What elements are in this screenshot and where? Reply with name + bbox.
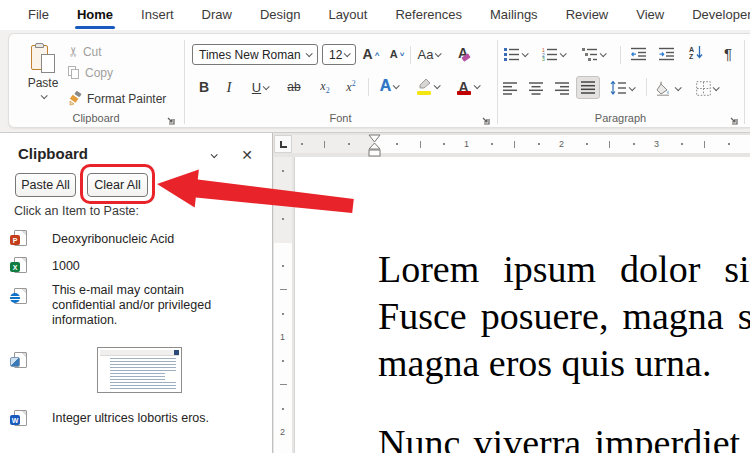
tab-view[interactable]: View [622, 1, 678, 30]
line-spacing-chevron-down-icon[interactable] [629, 84, 636, 91]
numbering-button[interactable]: 123 [537, 45, 569, 63]
clipboard-item-powerpoint[interactable]: Deoxyribonucleic Acid [52, 232, 230, 247]
vruler-2: 2 [280, 427, 285, 437]
show-hide-pilcrow-button[interactable]: ¶ [716, 43, 740, 63]
shading-chevron-down-icon[interactable] [675, 84, 682, 91]
email-icon [10, 293, 20, 303]
copy-button: Copy [68, 66, 113, 80]
multilevel-chevron-down-icon[interactable] [599, 50, 606, 57]
subscript-button[interactable]: x2 [316, 78, 334, 96]
clipboard-item-excel[interactable]: 1000 [52, 259, 230, 274]
tab-developer[interactable]: Developer [678, 1, 750, 30]
tab-design[interactable]: Design [246, 1, 314, 30]
text-effects-chevron-down-icon[interactable] [393, 82, 400, 89]
underline-chevron-down-icon[interactable] [263, 83, 270, 90]
shading-button[interactable] [652, 78, 684, 98]
multilevel-list-icon [582, 47, 598, 61]
bold-button[interactable]: B [196, 78, 212, 96]
format-painter-button[interactable]: Format Painter [68, 91, 166, 106]
tab-mailings[interactable]: Mailings [476, 1, 552, 30]
font-dialog-launcher[interactable] [480, 115, 492, 127]
clipboard-dialog-launcher[interactable] [165, 115, 177, 127]
font-color-chevron-down-icon[interactable] [473, 82, 480, 89]
decrease-indent-icon [631, 47, 647, 61]
grow-font-button[interactable]: A˄ [360, 44, 382, 64]
clear-all-button[interactable]: Clear All [87, 173, 148, 197]
change-case-button[interactable]: Aa [414, 44, 444, 64]
pane-hint-text: Click an Item to Paste: [14, 204, 139, 218]
sort-arrow-icon [696, 46, 703, 60]
clipboard-item-icon-excel: X [14, 257, 27, 273]
document-page[interactable]: Lorem ipsum dolor sit Fusce posuere, mag… [294, 157, 750, 453]
pilcrow-icon: ¶ [724, 45, 732, 62]
indent-markers[interactable] [367, 134, 382, 158]
underline-button[interactable]: U [246, 78, 274, 96]
text-effects-button[interactable]: A [374, 76, 404, 96]
excel-icon: X [10, 262, 20, 272]
clear-formatting-button[interactable]: A [452, 42, 474, 64]
font-size-chevron-down-icon[interactable] [344, 50, 351, 57]
tab-review[interactable]: Review [552, 1, 623, 30]
align-center-button[interactable] [526, 79, 546, 97]
align-left-button[interactable] [500, 79, 520, 97]
justify-button[interactable] [576, 76, 600, 99]
paste-chevron-down-icon[interactable] [40, 92, 47, 99]
highlight-color-button[interactable] [410, 76, 444, 96]
pane-chevron-down-icon[interactable] [202, 145, 224, 165]
strikethrough-button[interactable]: ab [284, 78, 304, 96]
tab-references[interactable]: References [381, 1, 475, 30]
bullets-chevron-down-icon[interactable] [521, 50, 528, 57]
scissors-icon: ✂ [66, 46, 81, 57]
clipboard-item-image-thumbnail[interactable] [97, 347, 182, 393]
tab-home[interactable]: Home [63, 1, 127, 30]
font-size-value: 12 [329, 48, 342, 62]
increase-indent-button[interactable] [656, 45, 678, 63]
tab-selector-icon [280, 141, 287, 148]
tab-draw[interactable]: Draw [188, 1, 246, 30]
word-icon: W [10, 415, 20, 425]
clipboard-item-email[interactable]: This e-mail may contain confidential and… [52, 283, 230, 328]
tab-layout[interactable]: Layout [314, 1, 381, 30]
line-spacing-icon [610, 81, 627, 95]
font-name-chevron-down-icon[interactable] [306, 50, 313, 57]
underline-u: U [252, 80, 261, 95]
picture-icon [10, 357, 20, 367]
document-text-line: Nunc viverra imperdiet [378, 421, 740, 453]
text-effects-a: A [380, 77, 392, 95]
sort-button[interactable]: AZ [684, 43, 708, 63]
grow-caret-icon: ˄ [375, 50, 380, 59]
font-name-combobox[interactable]: Times New Roman [192, 44, 318, 65]
font-size-combobox[interactable]: 12 [322, 44, 356, 65]
tab-selector-box[interactable] [274, 135, 292, 153]
clipboard-item-icon-email [14, 288, 27, 304]
borders-button[interactable] [690, 78, 724, 98]
align-right-button[interactable] [552, 79, 572, 97]
italic-button[interactable]: I [222, 78, 236, 96]
paste-button[interactable]: Paste [20, 40, 66, 110]
shrink-font-button[interactable]: A˅ [386, 44, 408, 64]
clipboard-group-label: Clipboard [8, 112, 184, 124]
change-case-aa: Aa [418, 47, 434, 62]
decrease-indent-button[interactable] [628, 45, 650, 63]
borders-chevron-down-icon[interactable] [713, 84, 720, 91]
superscript-button[interactable]: x2 [342, 78, 360, 96]
numbering-chevron-down-icon[interactable] [559, 50, 566, 57]
shrink-font-a: A [390, 48, 398, 60]
paste-all-button[interactable]: Paste All [15, 173, 76, 197]
borders-icon [696, 81, 711, 96]
line-spacing-button[interactable] [606, 78, 638, 98]
clear-formatting-a: A [458, 45, 468, 61]
hruler-1: 1 [464, 139, 469, 149]
clipboard-item-word[interactable]: Integer ultrices lobortis eros. [52, 411, 230, 426]
multilevel-list-button[interactable] [577, 45, 609, 63]
font-color-button[interactable]: A [450, 76, 484, 96]
paragraph-dialog-launcher[interactable] [728, 115, 740, 127]
tab-file[interactable]: File [14, 1, 63, 30]
highlight-color-bar [417, 91, 431, 95]
document-text-line: magna eros quis urna. [378, 341, 711, 385]
tab-insert[interactable]: Insert [127, 1, 188, 30]
bullets-button[interactable] [500, 45, 530, 63]
pane-close-icon[interactable]: ✕ [236, 145, 258, 165]
highlight-chevron-down-icon[interactable] [433, 82, 440, 89]
bold-b: B [199, 79, 209, 95]
